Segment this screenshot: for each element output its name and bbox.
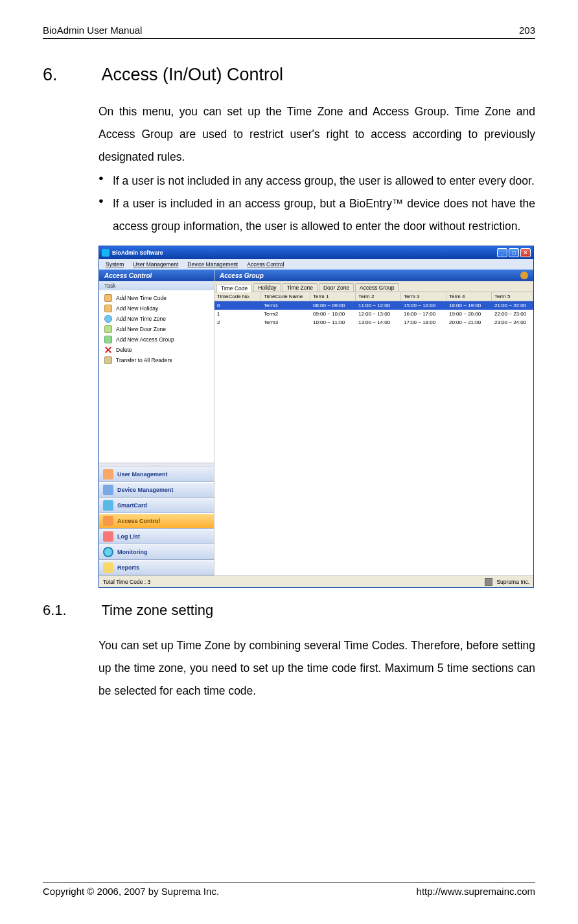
col-timecode-name[interactable]: TimeCode Name	[261, 292, 310, 301]
close-button[interactable]: ×	[520, 248, 531, 257]
task-add-time-code[interactable]: Add New Time Code	[102, 293, 211, 303]
nav-label: Monitoring	[117, 549, 148, 555]
minimize-button[interactable]: _	[497, 248, 507, 257]
cell: 19:00 ~ 20:00	[446, 310, 492, 318]
nav-label: User Management	[117, 471, 168, 478]
task-add-holiday[interactable]: Add New Holiday	[102, 303, 211, 314]
report-icon	[103, 562, 113, 573]
cell: 09:00 ~ 10:00	[310, 310, 356, 318]
cell: 0	[214, 301, 261, 310]
window-title: BioAdmin Software	[112, 249, 163, 256]
sidebar: Access Control Task Add New Time Code Ad…	[99, 270, 214, 575]
nav-reports[interactable]: Reports	[99, 560, 214, 575]
footer-url: http://www.supremainc.com	[417, 886, 535, 897]
cell: 22:00 ~ 23:00	[492, 310, 533, 318]
menu-device-management[interactable]: Device Management	[187, 261, 238, 268]
col-term-1[interactable]: Term 1	[310, 292, 356, 301]
section-6-title: Access (In/Out) Control	[101, 65, 283, 84]
section-6-bullet-2: If a user is included in an access group…	[98, 192, 535, 238]
device-icon	[103, 485, 113, 495]
section-6-1-number: 6.1.	[43, 602, 98, 619]
page-footer: Copyright © 2006, 2007 by Suprema Inc. h…	[43, 883, 535, 897]
section-6-1-body: You can set up Time Zone by combining se…	[98, 634, 535, 702]
task-header: Task	[99, 281, 214, 290]
card-icon	[103, 500, 113, 511]
user-icon	[103, 469, 113, 479]
window-titlebar[interactable]: BioAdmin Software _ □ ×	[99, 246, 533, 259]
nav-log-list[interactable]: Log List	[99, 529, 214, 544]
cell: 20:00 ~ 21:00	[446, 318, 492, 327]
task-label: Add New Time Zone	[116, 316, 166, 322]
col-term-4[interactable]: Term 4	[446, 292, 492, 301]
nav-bar: User Management Device Management SmartC…	[99, 467, 214, 575]
table-row[interactable]: 0 Term1 08:00 ~ 09:00 11:00 ~ 12:00 15:0…	[214, 301, 533, 310]
cell: 10:00 ~ 11:00	[310, 318, 356, 327]
table-row[interactable]: 2 Term3 10:00 ~ 11:00 13:00 ~ 14:00 17:0…	[214, 318, 533, 327]
nav-label: SmartCard	[117, 502, 147, 509]
grid-header-row: TimeCode No. TimeCode Name Term 1 Term 2…	[214, 292, 533, 301]
maximize-button[interactable]: □	[509, 248, 519, 257]
status-bar: Total Time Code : 3 Suprema Inc.	[99, 575, 533, 587]
page-header: BioAdmin User Manual 203	[43, 25, 535, 39]
tab-door-zone[interactable]: Door Zone	[319, 283, 354, 292]
task-label: Delete	[116, 347, 132, 353]
vendor-logo-icon	[485, 578, 492, 586]
tab-strip: Time Code Holiday Time Zone Door Zone Ac…	[214, 281, 533, 292]
app-icon	[102, 249, 110, 257]
cell: 18:00 ~ 19:00	[446, 301, 492, 310]
clock-icon	[104, 315, 112, 323]
cell: 15:00 ~ 16:00	[401, 301, 446, 310]
col-term-3[interactable]: Term 3	[401, 292, 446, 301]
cell: 16:00 ~ 17:00	[401, 310, 446, 318]
access-icon	[103, 516, 113, 526]
nav-label: Reports	[117, 564, 139, 571]
app-window: BioAdmin Software _ □ × System User Mana…	[98, 246, 534, 588]
tab-access-group[interactable]: Access Group	[355, 283, 399, 292]
tab-time-zone[interactable]: Time Zone	[283, 283, 318, 292]
task-add-time-zone[interactable]: Add New Time Zone	[102, 314, 211, 324]
data-grid[interactable]: TimeCode No. TimeCode Name Term 1 Term 2…	[214, 292, 533, 575]
table-row[interactable]: 1 Term2 09:00 ~ 10:00 12:00 ~ 13:00 16:0…	[214, 310, 533, 318]
task-add-door-zone[interactable]: Add New Door Zone	[102, 324, 211, 334]
cell: 21:00 ~ 22:00	[492, 301, 533, 310]
transfer-icon	[104, 356, 112, 364]
task-delete[interactable]: Delete	[102, 345, 211, 355]
task-label: Transfer to All Readers	[116, 357, 172, 364]
app-screenshot: BioAdmin Software _ □ × System User Mana…	[98, 246, 534, 588]
section-6-number: 6.	[43, 65, 98, 85]
col-timecode-no[interactable]: TimeCode No.	[214, 292, 261, 301]
log-icon	[103, 531, 113, 542]
col-term-2[interactable]: Term 2	[356, 292, 401, 301]
menu-bar: System User Management Device Management…	[99, 259, 533, 270]
nav-monitoring[interactable]: Monitoring	[99, 544, 214, 560]
col-term-5[interactable]: Term 5	[492, 292, 533, 301]
task-label: Add New Holiday	[116, 305, 158, 312]
menu-access-control[interactable]: Access Control	[247, 261, 284, 268]
section-6-heading: 6. Access (In/Out) Control	[43, 65, 535, 85]
tab-holiday[interactable]: Holiday	[253, 283, 281, 292]
tab-time-code[interactable]: Time Code	[216, 284, 252, 292]
cell: 13:00 ~ 14:00	[356, 318, 401, 327]
nav-label: Access Control	[117, 518, 160, 524]
cell: 23:00 ~ 24:00	[492, 318, 533, 327]
nav-access-control[interactable]: Access Control	[99, 513, 214, 529]
group-icon	[104, 336, 112, 343]
nav-smartcard[interactable]: SmartCard	[99, 498, 214, 513]
nav-device-management[interactable]: Device Management	[99, 482, 214, 498]
task-list: Add New Time Code Add New Holiday Add Ne…	[99, 290, 214, 463]
cell: Term3	[261, 318, 310, 327]
monitor-icon	[103, 547, 113, 557]
cell: 2	[214, 318, 261, 327]
menu-system[interactable]: System	[106, 261, 124, 268]
main-header-title: Access Group	[220, 272, 264, 279]
task-add-access-group[interactable]: Add New Access Group	[102, 334, 211, 345]
status-left: Total Time Code : 3	[103, 579, 150, 585]
menu-user-management[interactable]: User Management	[133, 261, 178, 268]
cell: 11:00 ~ 12:00	[356, 301, 401, 310]
task-label: Add New Access Group	[116, 336, 174, 343]
settings-icon[interactable]	[520, 271, 528, 279]
nav-user-management[interactable]: User Management	[99, 467, 214, 482]
cell: Term2	[261, 310, 310, 318]
task-transfer[interactable]: Transfer to All Readers	[102, 355, 211, 365]
nav-label: Device Management	[117, 487, 174, 493]
